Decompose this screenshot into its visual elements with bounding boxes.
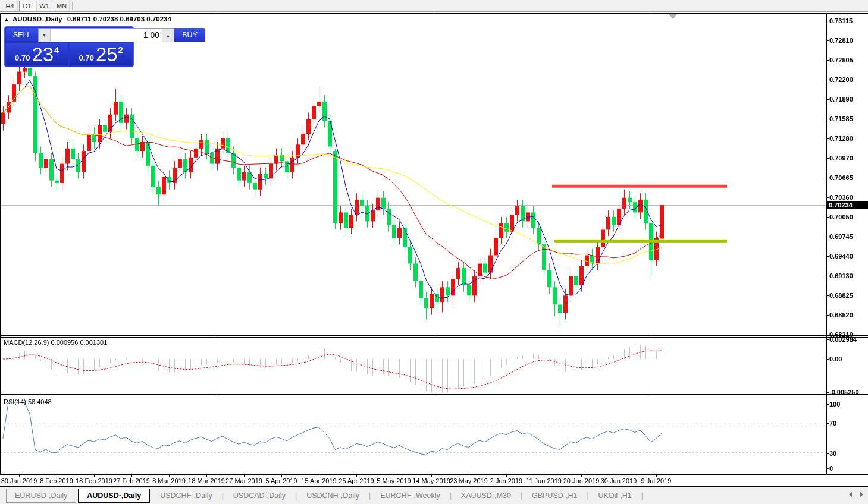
one-click-trading-panel: SELL ▼ ▲ BUY 0.70 23 4 0.70 25 2	[4, 26, 134, 67]
symbol-tab-bar: EURUSD-,DailyAUDUSD-,DailyUSDCHF-,Daily|…	[0, 486, 868, 504]
timeframe-button-w1[interactable]: W1	[36, 1, 52, 11]
tab-usdchf[interactable]: USDCHF-,Daily	[152, 489, 221, 502]
date-axis-label: 11 Jun 2019	[526, 477, 562, 484]
buy-price-prefix: 0.70	[79, 53, 94, 65]
date-axis-label: 2 Jun 2019	[490, 477, 522, 484]
trading-terminal-window: H4D1W1MN ▲ AUDUSD-,Daily 0.69711 0.70238…	[0, 0, 868, 504]
price-axis-label: 0.72810	[829, 37, 853, 44]
buy-price-pips: 25	[96, 43, 118, 65]
date-axis-label: 18 Mar 2019	[188, 477, 225, 484]
collapse-triangle-icon[interactable]: ▲	[4, 17, 9, 22]
price-axis-label: 0.68825	[829, 292, 853, 299]
timeframe-buttons: H4D1W1MN	[2, 1, 70, 11]
tab-separator: |	[585, 492, 590, 500]
macd-axis-label: 0.00	[829, 355, 842, 363]
tab-xauusd[interactable]: XAUUSD-,M30	[453, 489, 519, 502]
rsi-axis-label: 30	[829, 450, 836, 457]
price-axis-label: 0.70970	[829, 155, 853, 162]
macd-axis-label: -0.005250	[829, 389, 859, 396]
price-axis-label: 0.70050	[829, 213, 853, 220]
date-axis-label: 8 Feb 2019	[40, 477, 73, 484]
date-axis-label: 20 Jun 2019	[563, 477, 600, 484]
chart-canvas[interactable]	[0, 0, 868, 504]
sell-button[interactable]: SELL	[6, 28, 38, 42]
sell-price-prefix: 0.70	[15, 53, 30, 65]
macd-axis-label: 0.002984	[829, 336, 857, 343]
price-axis-label: 0.73115	[829, 17, 853, 24]
price-axis-label: 0.69130	[829, 272, 853, 279]
price-axis-label: 0.70360	[829, 194, 853, 201]
date-axis-label: 8 Mar 2019	[152, 477, 186, 484]
chart-title: ▲ AUDUSD-,Daily 0.69711 0.70238 0.69703 …	[4, 15, 171, 23]
tabs-scroll-left-icon[interactable]	[849, 492, 852, 497]
price-axis-label: 0.69440	[829, 253, 853, 260]
sell-price-box[interactable]: 0.70 23 4	[6, 43, 68, 65]
date-axis-label: 30 Jan 2019	[1, 477, 37, 484]
sell-price-pips: 23	[32, 43, 54, 65]
chart-ohlc-values: 0.69711 0.70238 0.69703 0.70234	[67, 15, 171, 23]
price-axis-label: 0.71585	[829, 115, 853, 122]
volume-increase-icon[interactable]: ▲	[162, 29, 174, 42]
rsi-axis-label: 0	[829, 465, 833, 472]
timeframe-toolbar: H4D1W1MN	[0, 0, 868, 12]
timeframe-button-d1[interactable]: D1	[19, 1, 35, 11]
toolbar-separator	[72, 2, 73, 10]
symbol-tabs: EURUSD-,DailyAUDUSD-,DailyUSDCHF-,Daily|…	[0, 489, 644, 503]
chart-scroll-marker-icon[interactable]	[669, 14, 677, 19]
tab-eurchf[interactable]: EURCHF-,Weekly	[372, 489, 448, 502]
macd-label: MACD(12,26,9) 0.000956 0.001301	[4, 339, 107, 346]
price-axis-label: 0.68520	[829, 311, 853, 319]
date-axis-label: 30 Jun 2019	[601, 477, 637, 484]
date-axis-label: 9 Jul 2019	[641, 477, 672, 484]
tab-ukoil[interactable]: UKOil-,H1	[590, 489, 640, 502]
tab-separator: |	[294, 492, 298, 500]
date-axis-label: 5 Apr 2019	[265, 477, 297, 484]
tab-usdcnh[interactable]: USDCNH-,Daily	[298, 489, 368, 502]
tabs-scroll-right-icon[interactable]	[860, 492, 863, 497]
tab-separator: |	[221, 492, 225, 500]
buy-price-box[interactable]: 0.70 25 2	[70, 43, 133, 65]
date-axis-label: 18 Feb 2019	[76, 477, 112, 484]
price-axis-label: 0.71890	[829, 96, 853, 103]
date-axis-label: 27 Mar 2019	[225, 477, 262, 484]
date-axis-label: 25 Apr 2019	[339, 477, 374, 484]
current-price-badge: 0.70234	[827, 201, 868, 209]
buy-button[interactable]: BUY	[174, 28, 205, 42]
tab-separator: |	[449, 492, 453, 500]
rsi-axis-label: 100	[829, 401, 840, 408]
price-axis-label: 0.72505	[829, 56, 853, 64]
tab-scroll-arrows	[849, 492, 863, 497]
rsi-label: RSI(14) 58.4048	[4, 398, 52, 405]
timeframe-button-mn[interactable]: MN	[54, 1, 70, 11]
volume-input[interactable]	[51, 29, 162, 42]
price-axis-label: 0.70665	[829, 174, 853, 181]
volume-decrease-icon[interactable]: ▼	[39, 29, 51, 42]
tab-separator: |	[640, 492, 644, 500]
date-axis-label: 15 Apr 2019	[301, 477, 336, 484]
tab-audusd[interactable]: AUDUSD-,Daily	[78, 489, 150, 503]
tab-separator: |	[519, 492, 524, 500]
rsi-axis-label: 70	[829, 420, 836, 427]
sell-price-fraction: 4	[54, 45, 59, 55]
volume-spinner: ▼ ▲	[38, 28, 174, 42]
tab-usdcad[interactable]: USDCAD-,Daily	[225, 489, 294, 502]
buy-price-fraction: 2	[118, 45, 123, 55]
tab-eurusd[interactable]: EURUSD-,Daily	[6, 489, 76, 503]
tab-gbpusd[interactable]: GBPUSD-,H1	[524, 489, 585, 502]
date-axis-label: 27 Feb 2019	[113, 477, 150, 484]
date-axis-label: 23 May 2019	[450, 477, 488, 484]
price-axis-label: 0.71280	[829, 135, 853, 142]
date-axis-label: 14 May 2019	[412, 477, 450, 484]
price-axis-label: 0.69745	[829, 233, 853, 240]
date-axis-label: 5 May 2019	[377, 477, 411, 484]
timeframe-button-h4[interactable]: H4	[2, 1, 18, 11]
chart-symbol-label: AUDUSD-,Daily	[12, 15, 62, 23]
price-axis-label: 0.72200	[829, 76, 853, 83]
tab-separator: |	[368, 492, 372, 500]
